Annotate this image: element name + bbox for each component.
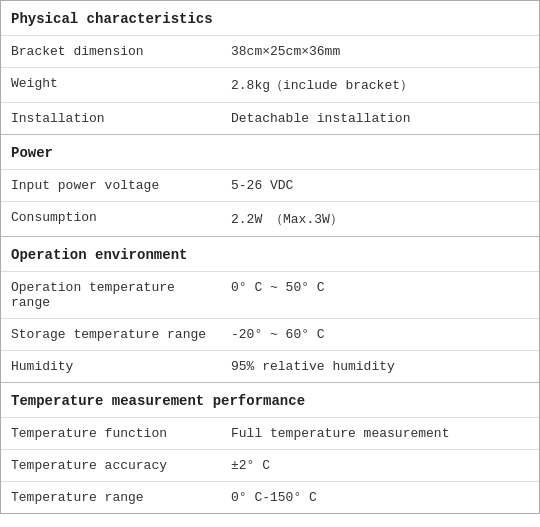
row-label: Bracket dimension: [1, 36, 221, 68]
table-row: Consumption2.2W （Max.3W）: [1, 202, 539, 237]
section-title-operation: Operation environment: [1, 237, 539, 272]
table-row: InstallationDetachable installation: [1, 103, 539, 135]
section-header-operation: Operation environment: [1, 237, 539, 272]
row-label: Weight: [1, 68, 221, 103]
section-title-power: Power: [1, 135, 539, 170]
table-row: Temperature accuracy±2° C: [1, 450, 539, 482]
section-title-temperature: Temperature measurement performance: [1, 383, 539, 418]
row-label: Temperature range: [1, 482, 221, 514]
table-row: Temperature range0° C-150° C: [1, 482, 539, 514]
row-value: 0° C-150° C: [221, 482, 539, 514]
table-row: Operation temperature range0° C ~ 50° C: [1, 272, 539, 319]
row-label: Storage temperature range: [1, 319, 221, 351]
specs-table-container: Physical characteristicsBracket dimensio…: [0, 0, 540, 514]
row-value: 95% relative humidity: [221, 351, 539, 383]
table-row: Input power voltage5-26 VDC: [1, 170, 539, 202]
row-label: Humidity: [1, 351, 221, 383]
row-value: Full temperature measurement: [221, 418, 539, 450]
specs-table: Physical characteristicsBracket dimensio…: [1, 1, 539, 513]
row-value: ±2° C: [221, 450, 539, 482]
row-value: -20° ~ 60° C: [221, 319, 539, 351]
row-value: 2.8kg（include bracket）: [221, 68, 539, 103]
row-value: 0° C ~ 50° C: [221, 272, 539, 319]
table-row: Bracket dimension38cm×25cm×36mm: [1, 36, 539, 68]
row-value: 5-26 VDC: [221, 170, 539, 202]
row-label: Installation: [1, 103, 221, 135]
table-row: Weight2.8kg（include bracket）: [1, 68, 539, 103]
row-value: Detachable installation: [221, 103, 539, 135]
row-label: Temperature function: [1, 418, 221, 450]
section-header-power: Power: [1, 135, 539, 170]
row-label: Consumption: [1, 202, 221, 237]
section-header-temperature: Temperature measurement performance: [1, 383, 539, 418]
table-row: Humidity95% relative humidity: [1, 351, 539, 383]
table-row: Temperature functionFull temperature mea…: [1, 418, 539, 450]
table-row: Storage temperature range-20° ~ 60° C: [1, 319, 539, 351]
row-label: Operation temperature range: [1, 272, 221, 319]
row-value: 2.2W （Max.3W）: [221, 202, 539, 237]
row-label: Temperature accuracy: [1, 450, 221, 482]
section-header-physical: Physical characteristics: [1, 1, 539, 36]
section-title-physical: Physical characteristics: [1, 1, 539, 36]
row-label: Input power voltage: [1, 170, 221, 202]
row-value: 38cm×25cm×36mm: [221, 36, 539, 68]
